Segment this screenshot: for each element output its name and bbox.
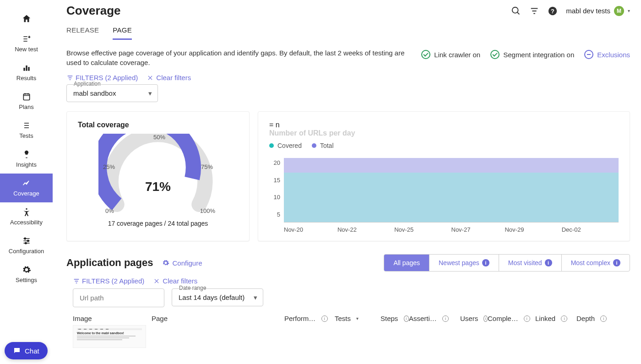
total-coverage-card: Total coverage 50% 25% 75% 71% 0% 100% 1… [66,111,250,241]
sidebar-item-configuration[interactable]: Configuration [0,231,53,260]
tab-release[interactable]: RELEASE [66,26,99,40]
th-perf[interactable]: Perform… i [284,315,335,322]
nav-label: Results [16,75,36,81]
th-image[interactable]: Image [73,315,152,322]
check-icon [490,50,500,59]
view-tab-visited[interactable]: Most visitedi [499,255,562,271]
page-thumbnail[interactable]: Welcome to the mabl sandbox! [73,325,146,348]
sidebar-item-tests[interactable]: Tests [0,116,53,145]
configuration-icon [22,236,32,246]
sidebar-item-results[interactable]: Results [0,58,53,87]
info-icon: i [545,259,552,266]
insights-icon [22,149,32,159]
gauge-tick: 25% [103,163,115,170]
status-exclusions[interactable]: Exclusions [584,50,630,59]
th-page[interactable]: Page [152,315,284,322]
view-tab-newest[interactable]: Newest pagesi [429,255,499,271]
home-icon [22,14,32,24]
coverage-icon [22,178,32,188]
chart-legend: Covered Total [269,142,619,149]
daterange-select[interactable]: Last 14 days (default) [172,288,263,306]
dot-icon [269,143,274,148]
view-tabs: RELEASE PAGE [66,26,630,40]
th-tests[interactable]: Tests ▾ [335,315,380,322]
svg-point-6 [27,240,28,241]
gauge-chart: 50% 25% 75% 71% 0% 100% [78,134,238,216]
th-complex[interactable]: Comple… i [488,315,535,322]
info-icon: i [482,259,489,266]
dot-icon [312,143,316,148]
info-icon: i [524,315,530,322]
pages-filters-toggle[interactable]: FILTERS (2 Applied) [73,277,144,285]
info-icon: i [613,259,620,266]
view-tab-all[interactable]: All pages [384,255,429,271]
th-users[interactable]: Users i [460,315,488,322]
sidebar-item-insights[interactable]: Insights [0,145,53,174]
check-icon [421,50,430,59]
new-test-icon [22,34,32,44]
gauge-caption: 17 coverage pages / 24 total pages [78,220,238,227]
info-icon: i [561,315,567,322]
sidebar-item-settings[interactable]: Settings [0,260,53,289]
status-link-crawler[interactable]: Link crawler on [421,50,480,59]
header: Coverage ? mabl dev tests M ▾ [66,4,630,18]
search-icon[interactable] [511,6,521,16]
clear-filters-button[interactable]: Clear filters [147,74,191,81]
nav-label: Configuration [9,248,44,255]
svg-point-8 [512,7,518,13]
url-path-input[interactable] [73,288,164,307]
status-segment[interactable]: Segment integration on [490,50,574,59]
th-assert[interactable]: Asserti… i [409,315,460,322]
gauge-tick: 75% [201,163,213,170]
results-icon [22,63,32,73]
info-icon: i [404,315,409,322]
th-linked[interactable]: Linked i [535,315,576,322]
section-title: Application pages [66,257,153,269]
tab-page[interactable]: PAGE [113,26,132,40]
pages-clear-filters-button[interactable]: Clear filters [153,277,197,285]
card-title: Total coverage [78,121,238,129]
view-tab-complex[interactable]: Most complexi [562,255,630,271]
application-select[interactable]: Application mabl sandbox [66,84,158,102]
sidebar-item-coverage[interactable]: Coverage [0,174,53,202]
sidebar-item-new-test[interactable]: New test [0,29,53,58]
info-icon: i [321,315,328,322]
svg-point-7 [25,242,26,244]
info-icon: i [483,315,488,322]
filter-icon[interactable] [529,6,539,16]
minus-icon [584,50,593,59]
y-axis: 20 15 10 5 [269,158,280,218]
svg-point-4 [26,208,27,210]
sidebar-item-accessibility[interactable]: Accessibility [0,202,53,231]
chat-button[interactable]: Chat [5,342,48,359]
info-icon: i [442,315,449,322]
plans-icon [22,92,32,102]
main-content: Coverage ? mabl dev tests M ▾ RELEASE PA… [53,0,641,364]
nav-label: Insights [16,161,37,168]
nav-label: New test [15,46,38,53]
nav-label: Coverage [13,190,39,197]
sidebar: New test Results Plans Tests Insights Co… [0,0,53,364]
page-view-tabs: All pages Newest pagesi Most visitedi Mo… [384,254,630,272]
tests-icon [22,120,32,130]
workspace-switcher[interactable]: mabl dev tests M ▾ [566,6,630,16]
th-depth[interactable]: Depth i [576,315,608,322]
nav-label: Accessibility [10,219,43,226]
configure-button[interactable]: Configure [162,259,202,267]
sort-icon: ▾ [356,316,359,321]
settings-icon [22,265,32,275]
gauge-percent: 71% [145,179,171,194]
select-value: mabl sandbox [66,84,158,102]
legend-covered: Covered [269,142,302,149]
help-icon[interactable]: ? [548,6,558,16]
caret-down-icon: ▾ [628,8,630,13]
th-steps[interactable]: Steps i [380,315,409,322]
sidebar-item-home[interactable] [0,9,53,29]
sidebar-item-plans[interactable]: Plans [0,87,53,116]
description-text: Browse effective page coverage of your a… [66,48,414,67]
accessibility-icon [22,207,32,217]
svg-rect-2 [28,67,29,71]
gauge-tick: 100% [200,207,215,214]
bar-chart: 20 15 10 5 Nov-20Nov-22Nov-25Nov-27Nov-2… [269,154,619,232]
svg-point-5 [24,238,26,239]
